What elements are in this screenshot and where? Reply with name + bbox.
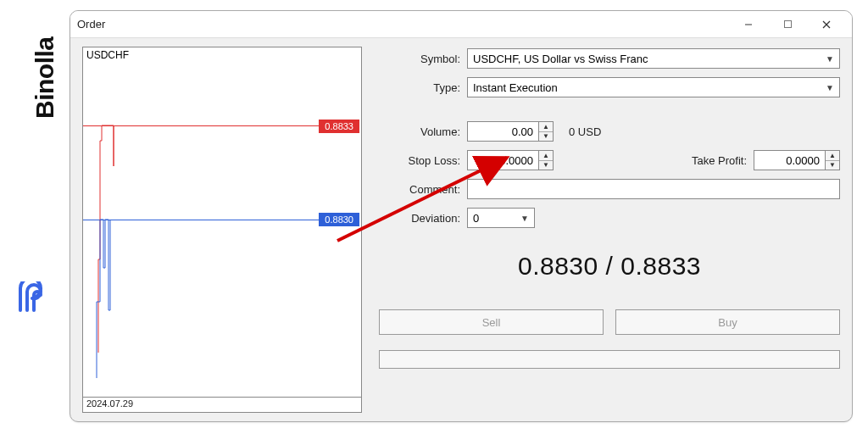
chevron-down-icon: ▼ <box>520 214 529 223</box>
status-bar <box>379 350 840 369</box>
svg-rect-1 <box>784 21 791 28</box>
symbol-select-value: USDCHF, US Dollar vs Swiss Franc <box>473 53 648 65</box>
window-title: Order <box>77 18 730 31</box>
brand-label: Binolla <box>31 0 59 119</box>
close-button[interactable] <box>808 13 845 36</box>
buy-button[interactable]: Buy <box>615 309 840 335</box>
sell-button[interactable]: Sell <box>379 309 604 335</box>
deviation-select-value: 0 <box>473 212 479 225</box>
order-window: Order USDCHF 0.8833 0.8830 <box>70 10 853 422</box>
spin-up-icon[interactable]: ▲ <box>539 151 553 161</box>
brand-logo-icon <box>15 281 49 315</box>
order-form: Symbol: USDCHF, US Dollar vs Swiss Franc… <box>379 47 840 413</box>
spin-down-icon[interactable]: ▼ <box>539 132 553 142</box>
comment-input[interactable] <box>467 179 840 199</box>
tick-lines <box>83 47 325 398</box>
takeprofit-input[interactable]: 0.0000 <box>754 150 825 170</box>
chevron-down-icon: ▼ <box>826 54 834 64</box>
deviation-label: Deviation: <box>379 212 460 225</box>
type-select-value: Instant Execution <box>473 81 558 94</box>
tick-chart[interactable]: USDCHF 0.8833 0.8830 <box>82 47 362 398</box>
bid-price-tag: 0.8830 <box>319 213 359 226</box>
type-select[interactable]: Instant Execution ▼ <box>467 77 840 97</box>
ask-price-tag: 0.8833 <box>319 120 359 133</box>
chart-pane: USDCHF 0.8833 0.8830 2024.07.29 <box>82 47 362 413</box>
stoploss-label: Stop Loss: <box>379 154 460 167</box>
volume-input[interactable]: 0.00 <box>467 121 538 142</box>
quote-display: 0.8830 / 0.8833 <box>379 252 840 281</box>
type-label: Type: <box>379 81 460 94</box>
minimize-button[interactable] <box>730 13 767 36</box>
deviation-select[interactable]: 0 ▼ <box>467 208 535 228</box>
spin-up-icon[interactable]: ▲ <box>826 151 839 161</box>
chevron-down-icon: ▼ <box>826 83 834 92</box>
comment-label: Comment: <box>379 183 460 196</box>
stoploss-input[interactable]: 0.0000 <box>467 150 538 170</box>
stoploss-stepper[interactable]: ▲ ▼ <box>538 150 554 170</box>
volume-stepper[interactable]: ▲ ▼ <box>538 121 554 142</box>
symbol-label: Symbol: <box>379 53 460 65</box>
chart-date-axis: 2024.07.29 <box>82 398 362 413</box>
spin-up-icon[interactable]: ▲ <box>539 122 553 132</box>
takeprofit-stepper[interactable]: ▲ ▼ <box>825 150 840 170</box>
volume-usd-label: 0 USD <box>569 125 601 138</box>
maximize-button[interactable] <box>769 13 806 36</box>
symbol-select[interactable]: USDCHF, US Dollar vs Swiss Franc ▼ <box>467 48 840 69</box>
volume-label: Volume: <box>379 125 460 138</box>
spin-down-icon[interactable]: ▼ <box>826 161 839 170</box>
takeprofit-label: Take Profit: <box>670 154 747 167</box>
spin-down-icon[interactable]: ▼ <box>539 161 553 170</box>
titlebar: Order <box>70 11 852 38</box>
